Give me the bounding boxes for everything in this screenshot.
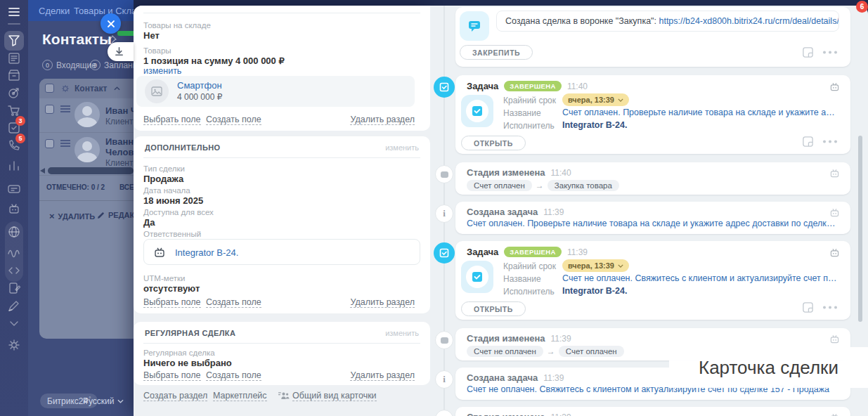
task-time: 11:40 <box>567 82 588 91</box>
select-field-link[interactable]: Выбрать поле <box>143 115 201 125</box>
task-status-badge: ЗАВЕРШЕНА <box>504 247 562 257</box>
row-drag-handle-icon[interactable] <box>60 105 70 112</box>
edit-button[interactable]: РЕДАК <box>97 211 134 219</box>
minimize-slider-button[interactable] <box>108 42 134 61</box>
pin-button[interactable]: ЗАКРЕПИТЬ <box>460 45 533 60</box>
contact-name-link[interactable]: Иванна <box>105 136 134 147</box>
section-additional: ДОПОЛНИТЕЛЬНО изменить Тип сделки Продаж… <box>134 136 430 313</box>
select-field-link[interactable]: Выбрать поле <box>143 297 201 308</box>
section-edit-link[interactable]: изменить <box>385 143 419 152</box>
task-icon-tile <box>461 261 493 293</box>
top-menu-products[interactable]: Товары и Скла <box>74 6 134 16</box>
executor-link[interactable]: Integrator B-24. <box>562 286 839 296</box>
row-checkbox[interactable] <box>45 139 54 148</box>
executor-link[interactable]: Integrator B-24. <box>562 120 839 130</box>
divider <box>143 343 420 344</box>
stage-transition: Счет не оплачен→Счет оплачен <box>467 344 624 357</box>
field-value[interactable]: Нет <box>143 30 160 41</box>
card-view-link[interactable]: Общий вид карточки <box>292 391 377 401</box>
contact-name-link2[interactable]: Человек <box>105 147 134 157</box>
product-item[interactable]: Смартфон 4 000 000 ₽ <box>136 76 415 107</box>
select-field-link[interactable]: Выбрать поле <box>143 370 201 381</box>
settings-gear-icon[interactable] <box>7 338 21 352</box>
contact-name-link[interactable]: Иван Че <box>105 105 134 116</box>
field-value[interactable]: 18 июня 2025 <box>143 195 203 206</box>
tab-planned[interactable]: 0 Заплани <box>90 60 134 70</box>
responsible-user-box[interactable]: Integrator B-24. <box>143 239 420 265</box>
all-label[interactable]: ВСЕ <box>119 183 134 191</box>
timeline-scrollbar[interactable] <box>858 136 862 322</box>
timeline-stage-marker <box>435 165 453 183</box>
horizontal-scrollbar[interactable] <box>48 167 134 174</box>
notification-badge[interactable]: 6 <box>856 1 868 13</box>
developer-code-icon[interactable] <box>7 264 21 278</box>
create-field-link[interactable]: Создать поле <box>206 115 261 125</box>
menu-icon[interactable] <box>7 5 21 19</box>
task-name-link[interactable]: Счет не оплачен. Свяжитесь с клиентом и … <box>562 273 839 283</box>
note-icon[interactable] <box>802 46 814 58</box>
sign-card-icon[interactable] <box>7 182 21 196</box>
stage-time: 11:39 <box>551 334 571 344</box>
deadline-pill[interactable]: вчера, 13:39 <box>562 259 629 272</box>
field-label: Дата начала <box>143 186 190 195</box>
delete-button[interactable]: × УДАЛИТЬ <box>49 211 95 221</box>
grid-settings-gear-icon[interactable] <box>60 84 70 93</box>
product-image-placeholder <box>145 79 169 103</box>
pen-icon[interactable] <box>7 299 21 313</box>
create-field-link[interactable]: Создать поле <box>206 370 261 381</box>
stage-time: 11:40 <box>551 168 571 178</box>
marketplace-link[interactable]: Маркетплейс <box>213 391 267 401</box>
comment-text: Создана сделка в воронке "Закупка": <box>505 16 659 26</box>
more-menu-icon[interactable] <box>822 140 838 143</box>
stage-transition: Счет оплачен→Закупка товара <box>467 178 619 191</box>
row-checkbox[interactable] <box>45 105 54 114</box>
copilot-robot-icon[interactable] <box>7 202 21 216</box>
analytics-chart-icon[interactable] <box>7 159 21 173</box>
field-value[interactable]: Да <box>143 217 155 228</box>
edit-products-link[interactable]: изменить <box>143 66 181 76</box>
top-menu-deals[interactable]: Сделки <box>39 6 70 16</box>
created-task-link[interactable]: Счет оплачен. Проверьте наличие товара н… <box>467 219 839 228</box>
more-menu-icon[interactable] <box>822 306 838 309</box>
check-square-icon <box>471 271 484 283</box>
field-value[interactable]: Продажа <box>143 174 183 184</box>
deadline-pill[interactable]: вчера, 13:39 <box>562 93 629 106</box>
shop-cart-icon[interactable] <box>7 103 21 117</box>
note-icon[interactable] <box>802 301 814 313</box>
note-icon[interactable] <box>802 136 814 148</box>
divider <box>143 157 420 158</box>
hscroll-left-arrow[interactable] <box>40 168 45 174</box>
signature-wave-icon[interactable] <box>7 245 21 259</box>
delete-section-link[interactable]: Удалить раздел <box>350 115 415 125</box>
task-name-link[interactable]: Счет оплачен. Проверьте наличие товара н… <box>562 108 839 117</box>
delete-section-link[interactable]: Удалить раздел <box>350 370 415 381</box>
open-task-button[interactable]: ОТКРЫТЬ <box>461 136 526 150</box>
column-header-contact[interactable]: Контакт <box>75 84 107 93</box>
divider <box>39 200 134 201</box>
create-field-link[interactable]: Создать поле <box>206 297 261 308</box>
responsible-name-link[interactable]: Integrator B-24. <box>175 247 238 258</box>
section-edit-link[interactable]: изменить <box>385 329 419 337</box>
product-name-link[interactable]: Смартфон <box>177 80 222 91</box>
row-drag-handle-icon[interactable] <box>60 140 70 147</box>
marketing-target-icon[interactable] <box>7 86 21 100</box>
delete-section-link[interactable]: Удалить раздел <box>350 297 415 308</box>
storage-box-icon[interactable] <box>7 68 21 82</box>
tab-incoming[interactable]: 0 Входящие <box>42 60 96 70</box>
deal-link[interactable]: https://b24-xd800h.bitrix24.ru/crm/deal/… <box>659 16 839 26</box>
planner-icon[interactable] <box>7 51 21 65</box>
sort-asc-icon[interactable] <box>114 86 120 91</box>
close-icon <box>107 20 115 28</box>
contact-group: Клиенты <box>105 158 134 168</box>
create-section-link[interactable]: Создать раздел <box>143 391 207 401</box>
field-label: Товары <box>143 46 171 55</box>
language-selector[interactable]: Русский <box>83 394 124 408</box>
chevron-down-icon[interactable] <box>7 316 21 330</box>
crm-funnel-icon[interactable] <box>7 34 21 48</box>
sites-globe-icon[interactable] <box>7 225 21 239</box>
field-value[interactable]: Ничего не выбрано <box>143 358 232 368</box>
document-edit-icon[interactable] <box>7 281 21 295</box>
open-task-button[interactable]: ОТКРЫТЬ <box>461 301 526 316</box>
more-menu-icon[interactable] <box>822 51 838 54</box>
select-all-checkbox[interactable] <box>45 84 54 93</box>
